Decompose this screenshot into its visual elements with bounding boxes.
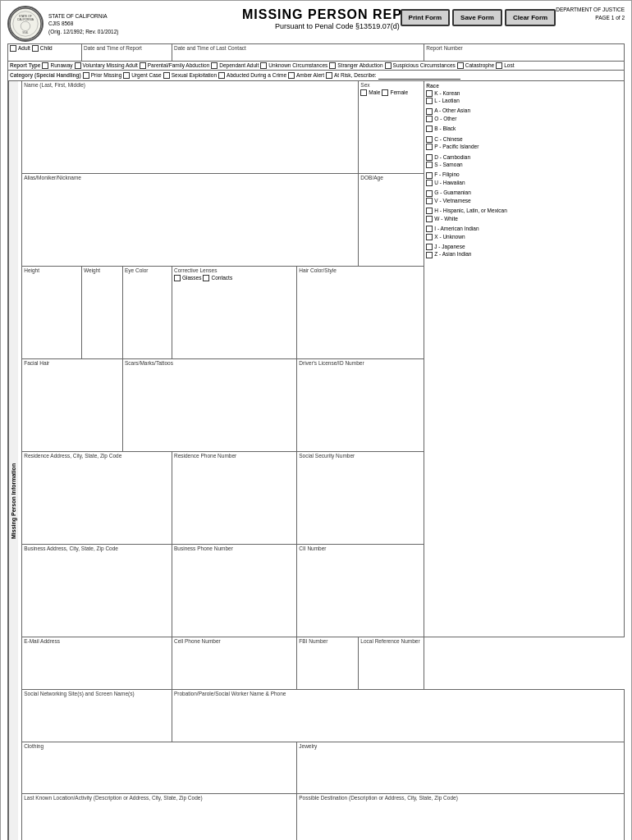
facial-hair-label: Facial Hair — [24, 360, 121, 367]
lost-cb[interactable] — [496, 62, 502, 69]
child-checkbox[interactable] — [32, 45, 39, 52]
race-b-cb[interactable] — [426, 98, 433, 104]
sex-label: Sex — [360, 82, 422, 89]
race-c-cb[interactable] — [426, 136, 433, 143]
social-network-value[interactable] — [24, 698, 170, 705]
race-u-cb[interactable] — [426, 180, 433, 186]
possible-dest-value[interactable] — [299, 802, 622, 810]
possible-dest-label: Possible Destination (Description or Add… — [299, 795, 622, 801]
ssn-value[interactable] — [299, 460, 422, 468]
stranger-cb[interactable] — [329, 62, 336, 69]
sexual-cb[interactable] — [163, 72, 170, 79]
person-name-value[interactable] — [24, 89, 356, 97]
race-x-cb[interactable] — [426, 234, 433, 240]
child-label: Child — [40, 45, 53, 52]
scars-label: Scars/Marks/Tattoos — [125, 360, 295, 367]
race-bl-cb[interactable] — [426, 126, 433, 132]
female-cb[interactable] — [382, 89, 388, 96]
date-time-contact-value[interactable] — [174, 52, 422, 59]
email-value[interactable] — [24, 646, 170, 653]
alias-value[interactable] — [24, 182, 356, 189]
adult-label: Adult — [18, 45, 30, 52]
adult-checkbox[interactable] — [10, 45, 16, 52]
business-phone-value[interactable] — [174, 553, 295, 560]
print-button[interactable]: Print Form — [401, 9, 450, 26]
race-d-cb[interactable] — [426, 154, 433, 161]
jewelry-value[interactable] — [299, 750, 622, 757]
cii-value[interactable] — [299, 553, 422, 560]
last-known-value[interactable] — [24, 802, 295, 810]
local-ref-value[interactable] — [360, 646, 422, 653]
hair-color-value[interactable] — [299, 275, 422, 282]
race-s-cb[interactable] — [426, 162, 433, 168]
cell-phone-value[interactable] — [174, 646, 295, 653]
svg-text:CALIFORNIA: CALIFORNIA — [17, 18, 34, 21]
race-a-cb[interactable] — [426, 90, 433, 97]
suspicious-cb[interactable] — [385, 62, 392, 69]
parental-cb[interactable] — [140, 62, 146, 69]
race-g-cb[interactable] — [426, 190, 433, 197]
race-aa-cb[interactable] — [426, 108, 433, 115]
save-button[interactable]: Save Form — [452, 9, 502, 26]
atrisk-cb[interactable] — [326, 72, 332, 79]
local-ref-label: Local Reference Number — [360, 638, 422, 645]
unknown-cb[interactable] — [260, 62, 267, 69]
svg-text:SEAL: SEAL — [22, 31, 29, 34]
race-label: Race — [426, 83, 622, 89]
agency-info: STATE OF CALIFORNIA CJIS 8568 (Orig. 12/… — [48, 12, 119, 34]
contacts-cb[interactable] — [203, 275, 209, 281]
race-z-cb[interactable] — [426, 252, 433, 258]
fbi-value[interactable] — [299, 646, 356, 653]
hair-color-label: Hair Color/Style — [299, 267, 422, 274]
race-o-cb[interactable] — [426, 116, 433, 122]
residence-phone-label: Residence Phone Number — [174, 453, 295, 459]
runaway-cb[interactable] — [42, 62, 48, 69]
dept-name: DEPARTMENT OF JUSTICE — [556, 7, 625, 12]
business-phone-label: Business Phone Number — [174, 546, 295, 552]
race-h-cb[interactable] — [426, 208, 433, 214]
glasses-cb[interactable] — [174, 275, 181, 281]
alias-label: Alias/Moniker/Nickname — [24, 175, 356, 181]
clear-button[interactable]: Clear Form — [505, 9, 556, 26]
form-orig: (Orig. 12/1992; Rev. 01/2012) — [48, 29, 119, 34]
facial-hair-value[interactable] — [24, 368, 121, 375]
race-w-cb[interactable] — [426, 216, 433, 222]
scars-value[interactable] — [125, 368, 295, 375]
report-type-label: Report Type — [10, 62, 40, 69]
race-i-cb[interactable] — [426, 226, 433, 232]
weight-value[interactable] — [84, 275, 121, 282]
drivers-license-value[interactable] — [299, 368, 422, 375]
report-number-label: Report Number — [426, 45, 622, 52]
dependant-cb[interactable] — [211, 62, 218, 69]
race-v-cb[interactable] — [426, 198, 433, 204]
voluntary-cb[interactable] — [75, 62, 81, 69]
agency-name: STATE OF CALIFORNIA — [48, 13, 108, 19]
drivers-license-label: Driver's License/ID Number — [299, 360, 422, 367]
dob-value[interactable] — [360, 182, 422, 189]
category-label: Category (Special Handling) — [10, 72, 81, 79]
residence-addr-value[interactable] — [24, 460, 170, 468]
form-number: CJIS 8568 — [48, 21, 73, 26]
race-p-cb[interactable] — [426, 144, 433, 150]
date-time-contact-label: Date and Time of Last Contact — [174, 45, 422, 52]
email-label: E-Mail Address — [24, 638, 170, 645]
residence-phone-value[interactable] — [174, 460, 295, 468]
weight-label: Weight — [84, 267, 121, 274]
cell-phone-label: Cell Phone Number — [174, 638, 295, 645]
catastrophe-cb[interactable] — [457, 62, 464, 69]
eye-color-value[interactable] — [125, 275, 170, 282]
height-value[interactable] — [24, 275, 80, 282]
abducted-cb[interactable] — [218, 72, 225, 79]
male-cb[interactable] — [360, 89, 367, 96]
date-time-report-value[interactable] — [84, 52, 170, 59]
business-addr-value[interactable] — [24, 553, 170, 560]
probation-value[interactable] — [174, 698, 622, 705]
prior-cb[interactable] — [83, 72, 89, 79]
race-f-cb[interactable] — [426, 172, 433, 179]
race-j-cb[interactable] — [426, 244, 433, 250]
urgent-cb[interactable] — [123, 72, 130, 79]
dob-label: DOB/Age — [360, 175, 422, 181]
report-number-value[interactable] — [426, 52, 622, 59]
clothing-value[interactable] — [24, 750, 295, 757]
amber-cb[interactable] — [288, 72, 295, 79]
